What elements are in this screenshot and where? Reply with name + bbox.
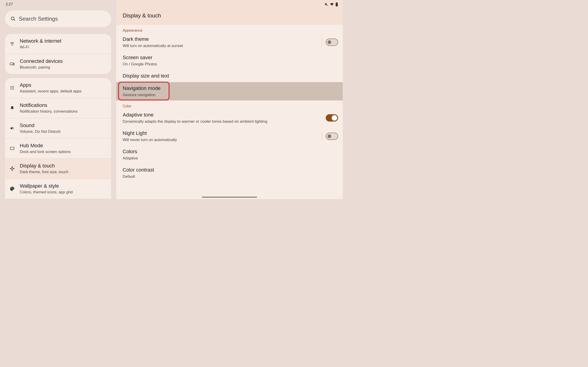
setting-title: Adaptive tone (123, 112, 313, 118)
setting-sub: Adaptive (123, 156, 313, 161)
svg-point-8 (10, 87, 11, 88)
setting-dark-theme[interactable]: Dark theme Will turn on automatically at… (116, 33, 343, 51)
sidebar-item-label: Hub Mode (20, 143, 71, 149)
wifi-icon (10, 41, 15, 46)
search-bar[interactable]: Search Settings (5, 10, 111, 27)
status-bar-time: 2:27 (0, 0, 116, 8)
sidebar-item-sub: Bluetooth, pairing (20, 65, 63, 70)
sidebar-item-label: Display & touch (20, 163, 69, 169)
search-container: Search Settings (5, 10, 111, 27)
sidebar-item-sub: Assistant, recent apps, default apps (20, 89, 82, 94)
svg-line-1 (14, 19, 15, 21)
search-placeholder: Search Settings (19, 16, 58, 22)
sidebar-item-network[interactable]: Network & internet Wi-Fi (5, 34, 111, 54)
svg-point-0 (11, 17, 14, 20)
svg-rect-3 (10, 63, 13, 65)
toggle-divider (322, 38, 322, 46)
sidebar-item-sound[interactable]: Sound Volume, Do Not Disturb (5, 118, 111, 138)
bell-icon (10, 106, 15, 110)
svg-point-10 (13, 87, 14, 88)
sidebar-item-label: Apps (20, 82, 82, 88)
sidebar-item-sub: Dock and lock screen options (20, 150, 71, 154)
svg-point-13 (13, 89, 14, 90)
setting-night-light[interactable]: Night Light Will never turn on automatic… (116, 127, 343, 145)
setting-adaptive-tone[interactable]: Adaptive tone Dynamically adapts the dis… (116, 109, 343, 127)
setting-title: Navigation mode (123, 85, 313, 91)
setting-title: Dark theme (123, 36, 313, 42)
svg-point-17 (12, 187, 12, 188)
palette-icon (10, 186, 15, 191)
sidebar-item-sub: Dark theme, font size, touch (20, 170, 69, 174)
battery-icon (335, 2, 338, 6)
dark-theme-toggle[interactable] (326, 39, 338, 46)
sidebar-item-label: Network & internet (20, 38, 61, 44)
setting-screen-saver[interactable]: Screen saver On / Google Photos (116, 51, 343, 70)
sidebar-item-display-touch[interactable]: Display & touch Dark theme, font size, t… (5, 159, 111, 178)
setting-navigation-mode[interactable]: Navigation mode Gesture navigation (116, 82, 343, 100)
svg-rect-4 (13, 63, 15, 65)
brightness-icon (10, 166, 15, 171)
svg-point-18 (13, 188, 13, 189)
sidebar-item-wallpaper[interactable]: Wallpaper & style Colors, themed icons, … (5, 179, 111, 199)
settings-sidebar: 2:27 Search Settings Network & internet … (0, 0, 116, 199)
sound-icon (10, 126, 15, 131)
status-bar-icons (324, 2, 338, 6)
hub-icon (10, 146, 15, 151)
setting-sub: Will never turn on automatically (123, 138, 313, 142)
setting-title: Night Light (123, 130, 313, 136)
setting-colors[interactable]: Colors Adaptive (116, 145, 343, 164)
sidebar-item-sub: Wi-Fi (20, 45, 61, 50)
setting-sub: On / Google Photos (123, 62, 313, 67)
wifi-status-icon (330, 2, 334, 6)
setting-sub: Default (123, 174, 313, 179)
setting-sub: Gesture navigation (123, 93, 313, 97)
setting-display-size-text[interactable]: Display size and text (116, 70, 343, 82)
sidebar-item-label: Sound (20, 123, 61, 128)
setting-color-contrast[interactable]: Color contrast Default (116, 164, 343, 180)
sidebar-list: Network & internet Wi-Fi Connected devic… (0, 34, 116, 199)
gesture-nav-handle[interactable] (202, 197, 257, 198)
setting-sub: Dynamically adapts the display to warmer… (123, 119, 313, 124)
main-panel: Display & touch Appearance Dark theme Wi… (116, 0, 343, 199)
night-light-toggle[interactable] (326, 133, 338, 140)
setting-title: Screen saver (123, 55, 313, 60)
devices-icon (10, 61, 15, 67)
sidebar-item-label: Wallpaper & style (20, 183, 73, 189)
sidebar-item-label: Notifications (20, 102, 78, 108)
page-title: Display & touch (116, 0, 343, 25)
search-icon (10, 16, 16, 21)
sidebar-item-sub: Notification history, conversations (20, 109, 78, 114)
svg-point-7 (13, 86, 14, 87)
svg-point-5 (10, 86, 11, 87)
svg-rect-21 (336, 2, 337, 3)
section-header-color: Color (116, 100, 343, 109)
sidebar-item-sub: Volume, Do Not Disturb (20, 129, 61, 134)
section-header-appearance: Appearance (116, 25, 343, 33)
adaptive-tone-toggle[interactable] (326, 114, 338, 122)
svg-point-6 (12, 86, 12, 87)
setting-title: Display size and text (123, 73, 313, 79)
svg-rect-20 (336, 3, 338, 6)
svg-point-15 (11, 168, 13, 169)
setting-sub: Will turn on automatically at sunset (123, 44, 313, 48)
sidebar-item-sub: Colors, themed icons, app grid (20, 190, 73, 194)
sidebar-item-apps[interactable]: Apps Assistant, recent apps, default app… (5, 78, 111, 98)
mute-icon (324, 2, 329, 6)
svg-point-2 (12, 45, 12, 46)
apps-icon (10, 85, 15, 90)
sidebar-item-connected-devices[interactable]: Connected devices Bluetooth, pairing (5, 54, 111, 74)
sidebar-item-label: Connected devices (20, 58, 63, 64)
sidebar-item-notifications[interactable]: Notifications Notification history, conv… (5, 98, 111, 118)
svg-point-11 (10, 89, 11, 90)
setting-title: Colors (123, 149, 313, 155)
svg-point-12 (12, 89, 12, 90)
sidebar-item-hub-mode[interactable]: Hub Mode Dock and lock screen options (5, 139, 111, 158)
setting-title: Color contrast (123, 167, 313, 173)
svg-rect-14 (10, 147, 14, 150)
toggle-divider (322, 132, 322, 140)
svg-point-16 (11, 188, 11, 189)
svg-point-9 (12, 87, 12, 88)
